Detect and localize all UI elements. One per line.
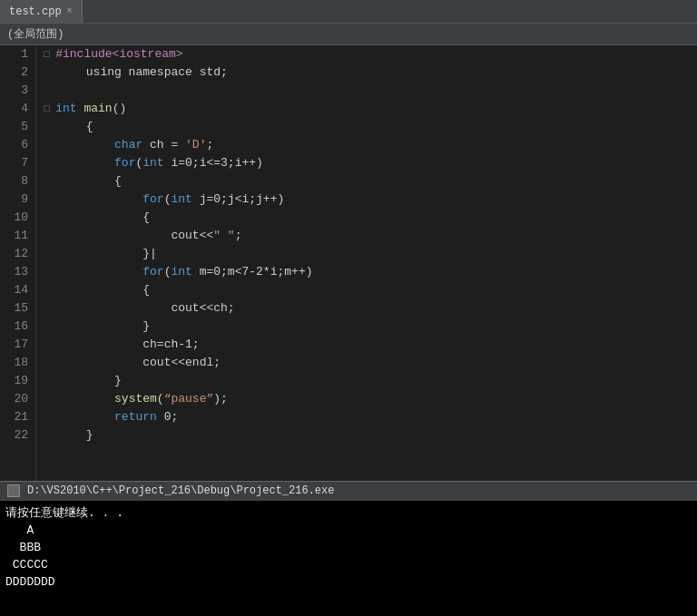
- line-number: 10: [4, 209, 28, 227]
- line-number: 22: [4, 426, 28, 445]
- console-icon: [7, 484, 20, 497]
- code-token: [58, 138, 114, 152]
- code-line: char ch = 'D';: [44, 136, 690, 154]
- code-token: " ": [213, 229, 234, 242]
- code-editor: 12345678910111213141516171819202122 □ #i…: [0, 45, 697, 481]
- console-body: 请按任意键继续. . . A BBB CCCCCDDDDDDD https://…: [0, 501, 697, 616]
- line-numbers: 12345678910111213141516171819202122: [0, 45, 36, 481]
- code-token: (): [113, 102, 127, 115]
- console-panel: D:\VS2010\C++\Project_216\Debug\Project_…: [0, 481, 697, 616]
- code-line: }: [44, 372, 690, 390]
- code-token: int: [55, 102, 76, 115]
- breadcrumb: (全局范围): [0, 24, 697, 45]
- console-output-line: DDDDDDD: [5, 573, 692, 591]
- tab-bar: test.cpp ×: [0, 0, 697, 24]
- line-number: 14: [4, 281, 28, 299]
- code-token: “pause”: [164, 392, 214, 406]
- line-number: 18: [4, 354, 28, 372]
- code-token: cout<<ch;: [58, 301, 235, 315]
- line-number: 21: [4, 408, 28, 426]
- console-output-line: BBB: [5, 539, 692, 556]
- code-line: {: [44, 209, 690, 227]
- tab-close-button[interactable]: ×: [67, 6, 73, 16]
- line-number: 8: [4, 172, 28, 191]
- code-token: int: [171, 192, 191, 206]
- code-token: i=0;i<=3;i++): [164, 156, 263, 170]
- collapse-marker[interactable]: □: [44, 103, 55, 114]
- code-token: cout<<: [58, 229, 214, 242]
- console-titlebar: D:\VS2010\C++\Project_216\Debug\Project_…: [0, 481, 697, 501]
- code-token: m=0;m<7-2*i;m++): [192, 265, 313, 279]
- code-token: return: [114, 410, 157, 424]
- console-title: D:\VS2010\C++\Project_216\Debug\Project_…: [27, 484, 334, 497]
- code-token: }: [58, 319, 150, 333]
- code-token: ;: [235, 229, 242, 242]
- code-line: }: [44, 426, 690, 445]
- code-line: system(“pause”);: [44, 390, 690, 408]
- console-output-line: A: [5, 522, 692, 539]
- code-line: }|: [44, 245, 690, 263]
- collapse-marker[interactable]: □: [44, 49, 55, 60]
- code-token: [58, 410, 114, 424]
- code-line: for(int i=0;i<=3;i++): [44, 154, 690, 172]
- code-token: ch =: [142, 138, 185, 152]
- line-number: 19: [4, 372, 28, 390]
- code-line: {: [44, 118, 690, 136]
- code-token: [58, 392, 114, 406]
- code-line: cout<<ch;: [44, 299, 690, 318]
- console-output-line: CCCCC: [5, 556, 692, 573]
- code-line: {: [44, 172, 690, 191]
- code-token: cout<<endl;: [58, 356, 221, 369]
- code-token: char: [114, 138, 142, 152]
- code-line: for(int j=0;j<i;j++): [44, 191, 690, 209]
- code-token: 0;: [157, 410, 178, 424]
- console-output-line: 请按任意键继续. . .: [5, 504, 692, 522]
- line-number: 11: [4, 227, 28, 245]
- code-line: using namespace std;: [44, 64, 690, 82]
- line-number: 5: [4, 118, 28, 136]
- line-number: 12: [4, 245, 28, 263]
- code-token: j=0;j<i;j++): [192, 192, 284, 206]
- line-number: 3: [4, 82, 28, 100]
- code-token: [58, 156, 114, 170]
- code-token: }: [58, 428, 93, 442]
- code-line: [44, 82, 690, 100]
- code-line: cout<<" ";: [44, 227, 690, 245]
- file-tab[interactable]: test.cpp ×: [0, 0, 83, 23]
- line-number: 9: [4, 191, 28, 209]
- code-token: 'D': [185, 138, 206, 152]
- code-token: main: [83, 102, 112, 115]
- code-line: for(int m=0;m<7-2*i;m++): [44, 263, 690, 281]
- line-number: 15: [4, 299, 28, 318]
- code-area[interactable]: □ #include<iostream> using namespace std…: [36, 45, 697, 481]
- code-token: }: [58, 374, 122, 387]
- line-number: 7: [4, 154, 28, 172]
- code-token: #include<iostream>: [55, 47, 182, 61]
- code-line: □ #include<iostream>: [44, 45, 690, 64]
- code-token: );: [213, 392, 228, 406]
- code-token: for: [114, 156, 135, 170]
- code-line: {: [44, 281, 690, 299]
- code-token: using namespace std;: [58, 65, 228, 79]
- code-token: {: [58, 283, 150, 297]
- code-token: int: [171, 265, 191, 279]
- code-token: {: [58, 210, 150, 224]
- code-token: for: [142, 265, 163, 279]
- code-line: }: [44, 318, 690, 336]
- code-line: cout<<endl;: [44, 354, 690, 372]
- line-number: 4: [4, 100, 28, 118]
- code-token: {: [58, 120, 93, 133]
- code-token: }|: [58, 247, 157, 260]
- line-number: 2: [4, 64, 28, 82]
- code-token: int: [142, 156, 163, 170]
- line-number: 20: [4, 390, 28, 408]
- code-token: for: [142, 192, 163, 206]
- code-token: ;: [206, 138, 213, 152]
- line-number: 1: [4, 45, 28, 64]
- code-line: □ int main(): [44, 100, 690, 118]
- tab-filename: test.cpp: [9, 5, 62, 18]
- code-token: ch=ch-1;: [58, 337, 200, 351]
- code-token: [58, 192, 143, 206]
- code-token: {: [58, 174, 122, 188]
- line-number: 16: [4, 318, 28, 336]
